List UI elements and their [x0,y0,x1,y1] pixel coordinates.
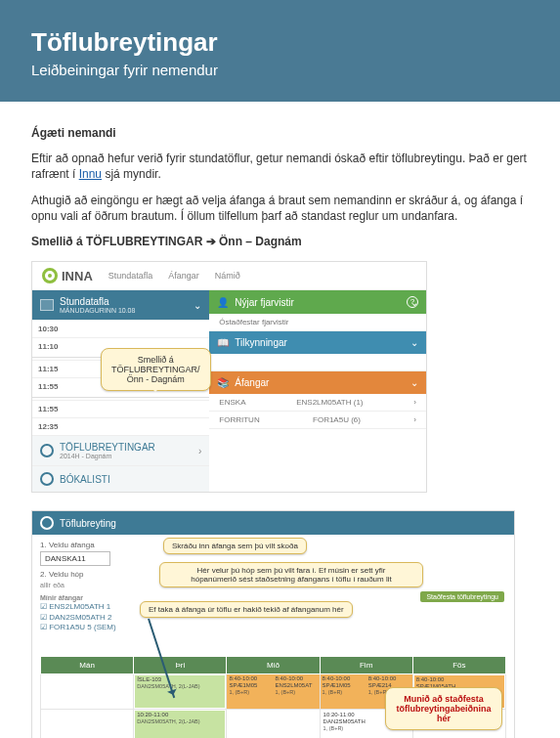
day-header: Mán [41,657,134,674]
refresh-icon [40,444,54,457]
inna-logo: INNA [42,268,93,283]
screenshot-toflubreyting: Töflubreyting Skráðu inn áfanga sem þú v… [31,510,515,738]
callout-enter-course: Skráðu inn áfanga sem þú vilt skoða [163,538,307,554]
bokalisti-section[interactable]: BÓKALISTI [32,465,209,492]
inna-logo-icon [42,268,58,283]
toflubreytingar-label: TÖFLUBREYTINGAR [60,442,155,453]
time-row: 10:30 [32,320,209,337]
content: Ágæti nemandi Eftir að opnað hefur verið… [0,102,560,738]
callout-remove-course: Ef taka á áfanga úr töflu er hakið tekið… [140,601,353,618]
chevron-right-icon: › [198,446,201,456]
user-icon: 👤 [217,297,229,308]
group-or: eða [53,582,65,588]
callout-click-toflubreytingar: Smellið á TÖFLUBREYTINGAR/ Önn - Dagnám [101,348,211,391]
tab-afangar[interactable]: Áfangar [168,271,199,281]
bokalisti-label: BÓKALISTI [60,474,110,485]
arrow-right-icon: ➔ [206,234,216,249]
toflubreytingar-sub: 2014H - Dagnám [60,453,155,459]
book-icon [40,472,54,486]
toflubreyting-title: Töflubreyting [60,518,116,529]
calendar-icon [40,299,54,311]
day-header: Þri [134,657,227,674]
slot[interactable]: 8:40-10:00SPÆ1M051, (B+R) [321,674,366,709]
chevron-down-icon: ⌄ [410,297,418,308]
intro-p3: Smellið á TÖFLUBREYTINGAR ➔ Önn – Dagnám [31,234,529,249]
toflubreyting-header: Töflubreyting [32,511,514,535]
screenshot-inna-home: INNA Stundatafla Áfangar Námið Stundataf… [31,261,427,493]
afangi-row[interactable]: FORRITUNFOR1A5U (6)› [209,412,426,429]
book-open-icon: 📖 [217,337,229,348]
books-icon: 📚 [217,377,229,388]
card-afangar[interactable]: 📚 Áfangar ⌄ [209,371,426,394]
course-input[interactable]: DANSKA11 [40,551,110,566]
day-header: Mið [227,657,320,674]
card-tilkynningar[interactable]: 📖 Tilkynningar ⌄ [209,331,426,354]
chevron-right-icon: › [413,415,416,424]
tab-namid[interactable]: Námið [215,271,240,281]
callout-confirm: Munið að staðfestatöflubreytingabeiðnina… [385,687,502,730]
intro-p1b: sjá myndir. [102,167,161,181]
inna-topbar: INNA Stundatafla Áfangar Námið [32,262,426,290]
inna-brand-text: INNA [62,269,93,283]
toflubreytingar-section[interactable]: TÖFLUBREYTINGAR 2014H - Dagnám › [32,435,209,465]
slot[interactable]: 10:20-11:00DAN2SM05ATH, 2(L-JAB) [135,711,225,738]
page-subtitle: Leiðbeiningar fyrir nemendur [31,62,529,78]
cards-panel: 👤 Nýjar fjarvistir ? ⌄ Óstaðfestar fjarv… [209,290,426,492]
intro-p3b: Önn – Dagnám [219,235,302,248]
chevron-down-icon: ⌄ [194,300,201,311]
stundatafla-date: MÁNUDAGURINN 10.08 [60,307,135,314]
refresh-icon [40,516,54,530]
slot[interactable]: ÍSLE-103DAN2SM05ATH, 2(L-JAB) [135,675,225,708]
intro-p3a: Smellið á TÖFLUBREYTINGAR [31,235,206,248]
stundatafla-header[interactable]: Stundatafla MÁNUDAGURINN 10.08 ⌄ [32,290,209,320]
card-fjarvistir-label: Nýjar fjarvistir [235,297,294,308]
intro-p2: Athugið að eingöngu er hægt að velja áfa… [31,193,529,224]
day-header: Fös [412,657,505,674]
stundatafla-panel: Stundatafla MÁNUDAGURINN 10.08 ⌄ 10:30 1… [32,290,209,492]
group-all[interactable]: allir [40,582,51,588]
callout-pick-group: Hér velur þú hóp sem þú vilt fara í. Ef … [159,562,423,587]
list-item[interactable]: ☑ FOR1A5U 5 (SEM) [40,623,506,632]
card-tilkynningar-label: Tilkynningar [235,337,287,348]
intro-p1: Eftir að opnað hefur verið fyrir stundat… [31,151,529,182]
afangi-row[interactable]: ENSKAENS2LM05ATH (1)› [209,394,426,412]
card-tilkynningar-sub [209,354,426,371]
chevron-down-icon: ⌄ [410,337,418,348]
chevron-down-icon: ⌄ [410,377,418,388]
card-fjarvistir-sub: Óstaðfestar fjarvistir [209,314,426,331]
page-title: Töflubreytingar [31,27,529,58]
slot[interactable]: 8:40-10:00SPÆ1M051, (B+R) [227,674,273,709]
innu-link[interactable]: Innu [79,167,102,181]
card-afangar-label: Áfangar [235,377,269,388]
time-row: 11:55 [32,400,209,417]
slot[interactable]: 8:40-10:00ENS2LM05AT1, (B+R) [273,674,319,709]
time-row: 12:35 [32,417,209,435]
day-header: Fim [320,657,412,674]
card-fjarvistir[interactable]: 👤 Nýjar fjarvistir ? ⌄ [209,290,426,314]
greeting: Ágæti nemandi [31,125,529,141]
chevron-right-icon: › [413,398,416,407]
stundatafla-title: Stundatafla [60,296,135,307]
tab-stundatafla[interactable]: Stundatafla [108,271,153,281]
confirm-button[interactable]: Staðfesta töflubreytingu [420,591,504,602]
banner: Töflubreytingar Leiðbeiningar fyrir neme… [0,0,560,102]
